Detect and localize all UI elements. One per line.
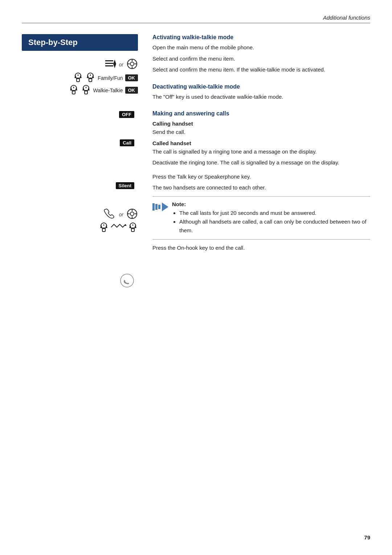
menu-or-speakerphone-row: or xyxy=(22,58,138,71)
ok-key-1: OK xyxy=(125,74,138,81)
divider-2 xyxy=(152,239,370,240)
chapter-title: Additional functions xyxy=(323,15,370,21)
svg-marker-45 xyxy=(129,225,131,228)
activating-title: Activating walkie-talkie mode xyxy=(152,34,370,41)
main-layout: Step-by-Step or xyxy=(22,34,370,289)
page-header: Additional functions xyxy=(22,15,370,23)
or-label-2: or xyxy=(119,212,123,217)
svg-rect-48 xyxy=(152,203,155,211)
deactivating-section: Deactivating walkie-talkie mode The "Off… xyxy=(152,83,370,101)
connected-handsets-row xyxy=(22,222,138,233)
activating-step-2: Select and confirm the menu item. xyxy=(152,55,370,63)
activating-step-3: Select and confirm the menu item. If the… xyxy=(152,66,370,74)
note-bullet-2: Although all handsets are called, a call… xyxy=(179,217,370,235)
on-hook-icon xyxy=(120,273,134,289)
svg-marker-51 xyxy=(162,203,168,211)
divider-1 xyxy=(152,196,370,197)
speakerphone-icon-2 xyxy=(126,208,138,221)
note-bullet-1: The call lasts for just 20 seconds and m… xyxy=(179,209,370,217)
note-bullets: The call lasts for just 20 seconds and m… xyxy=(179,209,370,235)
svg-marker-24 xyxy=(75,87,77,90)
svg-rect-0 xyxy=(105,60,113,61)
talk-key-icon xyxy=(104,209,116,220)
spacer-3 xyxy=(152,170,370,173)
silent-key: Silent xyxy=(116,182,134,189)
activating-section: Activating walkie-talkie mode Open the m… xyxy=(152,34,370,74)
svg-marker-19 xyxy=(92,75,94,78)
connected-handset-right xyxy=(128,222,138,233)
svg-marker-29 xyxy=(87,87,90,90)
family-fun-label: Family/Fun xyxy=(98,75,123,81)
svg-marker-14 xyxy=(79,75,82,78)
speakerphone-circle-icon xyxy=(126,58,138,71)
note-box: Note: The call lasts for just 20 seconds… xyxy=(152,201,370,235)
svg-point-5 xyxy=(130,62,134,66)
svg-marker-3 xyxy=(113,60,116,68)
menu-list-icon xyxy=(105,59,116,70)
note-arrow-icon xyxy=(152,202,168,212)
family-fun-row: Family/Fun OK xyxy=(22,72,138,83)
left-column: Step-by-Step or xyxy=(22,34,145,289)
walkie-talkie-label: Walkie-Talkie xyxy=(93,87,123,93)
making-title: Making and answering calls xyxy=(152,110,370,117)
svg-marker-13 xyxy=(74,75,77,78)
deactivating-title: Deactivating walkie-talkie mode xyxy=(152,83,370,90)
svg-marker-23 xyxy=(70,87,72,90)
note-label: Note: xyxy=(172,201,370,207)
svg-marker-28 xyxy=(82,87,85,90)
spacer-1 xyxy=(152,77,370,83)
svg-point-31 xyxy=(130,212,134,216)
svg-marker-39 xyxy=(100,225,102,228)
handset-icon-2 xyxy=(85,72,95,83)
call-key: Call xyxy=(120,139,134,146)
connected-handset-left xyxy=(99,222,109,233)
right-column: Activating walkie-talkie mode Open the m… xyxy=(145,34,370,289)
calling-handset-text: Send the call. xyxy=(152,128,370,136)
step-by-step-header: Step-by-Step xyxy=(22,34,138,51)
svg-rect-1 xyxy=(105,63,113,64)
off-key: OFF xyxy=(119,111,134,118)
walkie-talkie-row: Walkie-Talkie OK xyxy=(22,85,138,96)
handset-icon-4 xyxy=(81,85,91,96)
two-handsets-text: The two handsets are connected to each o… xyxy=(152,184,370,192)
or-label-1: or xyxy=(119,62,123,68)
svg-marker-46 xyxy=(134,225,136,228)
connection-arrows-icon xyxy=(110,222,126,233)
press-talk-text: Press the Talk key or Speakerphone key. xyxy=(152,173,370,181)
activating-step-1: Open the main menu of the mobile phone. xyxy=(152,44,370,52)
svg-rect-49 xyxy=(155,204,158,210)
ok-key-2: OK xyxy=(125,87,138,94)
deactivating-text: The "Off" key is used to deactivate walk… xyxy=(152,93,370,101)
svg-rect-2 xyxy=(105,65,113,66)
handset-icon-1 xyxy=(73,72,83,83)
page: Additional functions Step-by-Step xyxy=(0,0,392,311)
handset-icon-3 xyxy=(69,85,79,96)
svg-marker-40 xyxy=(105,225,107,228)
silent-text: Deactivate the ringing tone. The call is… xyxy=(152,159,370,167)
svg-marker-18 xyxy=(87,75,89,78)
svg-rect-50 xyxy=(158,205,160,209)
on-hook-text: Press the On-hook key to end the call. xyxy=(152,244,370,252)
making-section: Making and answering calls Calling hands… xyxy=(152,110,370,252)
note-content: Note: The call lasts for just 20 seconds… xyxy=(172,201,370,235)
called-handset-subtitle: Called handset xyxy=(152,140,370,146)
svg-point-47 xyxy=(121,274,134,287)
calling-handset-subtitle: Calling handset xyxy=(152,121,370,127)
spacer-2 xyxy=(152,104,370,110)
page-number: 79 xyxy=(364,534,370,540)
talk-or-speakerphone-row: or xyxy=(22,208,138,221)
called-handset-text: The call is signalled by a ringing tone … xyxy=(152,148,370,156)
